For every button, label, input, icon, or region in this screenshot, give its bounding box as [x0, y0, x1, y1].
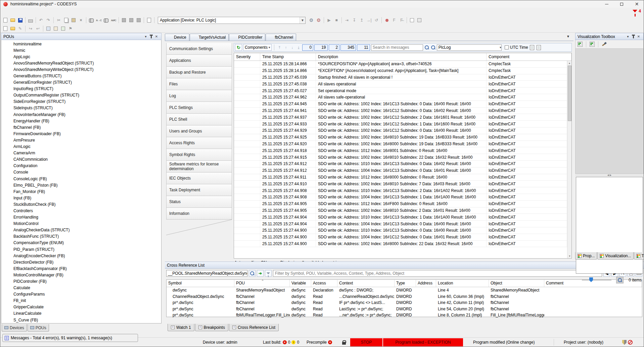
- step-over-icon[interactable]: ⇥: [343, 17, 350, 24]
- new-project-icon[interactable]: [2, 17, 9, 24]
- tree-item[interactable]: PIDController (FB): [1, 278, 161, 284]
- log-row[interactable]: 25.11.2025 15:27:44.920 SDO write ok: Ad…: [234, 141, 567, 148]
- tree-item[interactable]: ArmPresure: [1, 137, 161, 143]
- tree-item[interactable]: Calculate: [1, 285, 161, 291]
- column-header-component[interactable]: Component: [487, 53, 571, 61]
- application-dropdown-icon[interactable]: ▾: [300, 17, 305, 24]
- export-log-icon[interactable]: [530, 45, 534, 50]
- log-row[interactable]: 25.11.2025 15:27:45.038 All slaves opera…: [234, 81, 567, 87]
- tree-item[interactable]: CANCommnication: [1, 156, 161, 163]
- device-nav-item[interactable]: Files: [166, 78, 232, 90]
- tree-item[interactable]: InputIoReg (STRUCT): [1, 86, 161, 92]
- tree-item[interactable]: EfBacklashCompansator (FB): [1, 265, 161, 272]
- tree-item[interactable]: S_Curve (FB): [1, 317, 161, 323]
- log-row[interactable]: 25.11.2025 15:27:44.904 SDO write ok: Ad…: [234, 214, 567, 221]
- crossref-row[interactable]: pr^.dwSync fbChannel dwSync Read LastSyn…: [167, 306, 642, 312]
- menu-item[interactable]: [7, 11, 14, 13]
- panel-close-icon[interactable]: ✕: [636, 34, 641, 39]
- tree-item[interactable]: SideInputs (STRUCT): [1, 105, 161, 111]
- tree-item[interactable]: StuckButtonCheck (FB): [1, 201, 161, 207]
- menu-item[interactable]: [20, 11, 27, 13]
- bottom-view-tab[interactable]: Watch 1: [168, 324, 194, 331]
- tree-item[interactable]: CompensationType (ENUM): [1, 240, 161, 246]
- column-header-access[interactable]: Access: [311, 280, 337, 287]
- column-header-context[interactable]: Context: [337, 280, 395, 287]
- visu-toolbox-header[interactable]: Visualization Toolbox ▾ ✕: [575, 33, 644, 40]
- crossref-row[interactable]: dwSync SharedMemoryReadObject dwSync Dec…: [167, 287, 642, 294]
- start-icon[interactable]: ▶: [326, 17, 332, 24]
- open-project-icon[interactable]: [9, 17, 16, 24]
- column-header-object[interactable]: Object: [489, 280, 544, 287]
- menu-item[interactable]: [67, 11, 74, 13]
- tree-item[interactable]: GeneralButtons (STRUCT): [1, 73, 161, 79]
- editor-tab[interactable]: PIDController: [229, 34, 265, 41]
- log-row[interactable]: 25.11.2025 15:27:44.915 SDO write ok: Ad…: [234, 154, 567, 161]
- log-row[interactable]: 25.11.2025 15:27:44.933 SDO write ok: Ad…: [234, 121, 567, 127]
- search-icon[interactable]: [424, 45, 429, 50]
- device-nav-item[interactable]: Log: [166, 90, 232, 102]
- tree-item[interactable]: AnovoInterfaceManager (FB): [1, 111, 161, 118]
- severity-filter-toggle[interactable]: 2: [329, 44, 340, 51]
- panel-pin-icon[interactable]: [631, 34, 636, 39]
- replace-options-icon[interactable]: A⇄C: [110, 17, 117, 24]
- log-row[interactable]: 25.11.2025 15:27:44.904 SDO write ok: Ad…: [234, 221, 567, 227]
- navigator-tab[interactable]: POUs: [28, 324, 49, 332]
- device-nav-item[interactable]: Backup and Restore: [166, 67, 232, 78]
- column-header-variable[interactable]: Variable: [290, 280, 311, 287]
- crossref-filter-input[interactable]: [273, 270, 602, 277]
- panel-close-icon[interactable]: ✕: [154, 34, 159, 39]
- crossref-filter-button[interactable]: [265, 270, 272, 277]
- panel-pin-icon[interactable]: [148, 34, 154, 39]
- tree-item[interactable]: EnergyHandler (FB): [1, 118, 161, 124]
- device-nav-item[interactable]: Status: [166, 196, 232, 208]
- severity-filter-toggle[interactable]: 19: [314, 44, 327, 51]
- active-application-selector[interactable]: Application [Device: PLC Logic] ▾: [158, 17, 306, 24]
- scroll-down-icon[interactable]: ▼: [567, 254, 572, 258]
- zoom-slider-thumb[interactable]: [589, 277, 593, 282]
- input-assistant-icon[interactable]: [60, 25, 66, 32]
- panel-menu-icon[interactable]: ▾: [625, 34, 631, 39]
- column-layout-icon[interactable]: [416, 17, 423, 24]
- run-to-cursor-icon[interactable]: →|: [366, 17, 372, 24]
- device-nav-item[interactable]: Information: [166, 208, 232, 220]
- log-row[interactable]: 25.11.2025 15:27:44.908 SDO write ok: Ad…: [234, 187, 567, 194]
- tree-item[interactable]: AnovoSharedMemoryReadObject (STRUCT): [1, 60, 161, 66]
- log-row[interactable]: 25.11.2025 15:27:44.910 SDO write ok: Ad…: [234, 181, 567, 187]
- right-dock-tab[interactable]: Prop...: [575, 252, 597, 260]
- tree-item[interactable]: GripperCalculate: [1, 304, 161, 310]
- tree-item[interactable]: Configuration: [1, 163, 161, 169]
- list-view-icon[interactable]: [590, 42, 595, 47]
- device-nav-item[interactable]: Applications: [166, 55, 232, 67]
- components-dropdown[interactable]: Components ▾: [243, 44, 272, 51]
- tree-item[interactable]: SideErrorRegister (STRUCT): [1, 99, 161, 105]
- column-header-location[interactable]: Location: [436, 280, 489, 287]
- scrollbar-thumb[interactable]: [568, 66, 571, 121]
- close-button[interactable]: ✕: [629, 0, 644, 8]
- declarations-view-icon[interactable]: [45, 25, 52, 32]
- unforce-values-icon[interactable]: F̶: [398, 17, 405, 24]
- first-page-icon[interactable]: ⤒: [277, 45, 282, 50]
- severity-filter-toggle[interactable]: 0: [302, 44, 313, 51]
- last-page-icon[interactable]: ⤓: [296, 45, 301, 50]
- menu-item[interactable]: [34, 11, 41, 13]
- delete-icon[interactable]: ×: [78, 17, 84, 24]
- editor-tab[interactable]: fbChannel: [266, 34, 296, 41]
- log-row[interactable]: 25.11.2025 15:27:44.962 All slaves safe-…: [234, 94, 567, 101]
- device-nav-item[interactable]: IEC Objects: [166, 172, 232, 184]
- device-nav-item[interactable]: Access Rights: [166, 137, 232, 149]
- pou-tree[interactable]: hominisrealtime Memic AppLogic AnovoShar…: [1, 40, 162, 323]
- refresh-log-button[interactable]: ↻: [235, 44, 242, 51]
- column-header-pou[interactable]: ^POU: [234, 280, 290, 287]
- column-header-severity[interactable]: Severity: [234, 53, 260, 61]
- next-page-icon[interactable]: ↓: [289, 45, 295, 49]
- log-row[interactable]: 25.11.2025 15:27:44.905 SDO write ok: Ad…: [234, 207, 567, 214]
- grid-view-icon[interactable]: [578, 42, 583, 47]
- redo-icon[interactable]: ↷: [45, 17, 52, 24]
- pous-panel-header[interactable]: POUs ▾ ✕: [1, 33, 162, 40]
- implementation-view-icon[interactable]: [52, 25, 59, 32]
- menu-item[interactable]: [27, 11, 34, 13]
- tree-item[interactable]: ConsoleLogic (FB): [1, 176, 161, 182]
- log-row[interactable]: 25.11.2025 15:27:44.912 SDO write ok: Ad…: [234, 161, 567, 167]
- tree-item[interactable]: Controllers: [1, 207, 161, 214]
- tree-item[interactable]: fbChannel (FB): [1, 124, 161, 130]
